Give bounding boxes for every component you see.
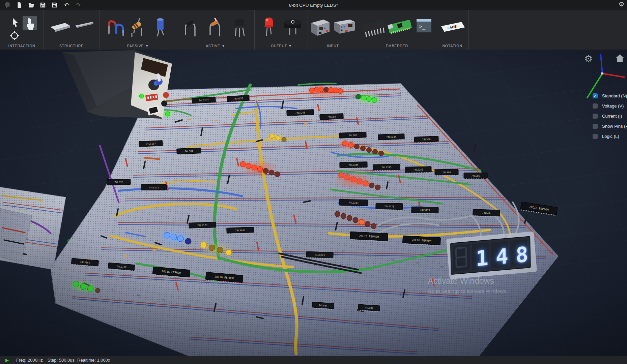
- option-show-pins[interactable]: Show Pins (P): [593, 123, 627, 129]
- terminal-icon[interactable]: >_: [417, 19, 431, 32]
- toolbar-section-embedded: >_ EMBEDDED: [358, 10, 436, 50]
- option-current[interactable]: Current (I): [593, 113, 627, 119]
- status-freq: Freq: 2000Hz: [16, 358, 43, 363]
- toolbar-empty-space: [469, 10, 627, 50]
- status-bar: ▶ Freq: 2000Hz Step: 500.0us Realtime: 1…: [0, 356, 627, 364]
- signal-diode-icon[interactable]: [210, 18, 220, 36]
- checkbox-unchecked[interactable]: [593, 134, 598, 139]
- ic-chip-icon[interactable]: [362, 19, 386, 37]
- buzzer-icon[interactable]: [284, 19, 301, 35]
- section-label: NOTATION: [442, 44, 462, 48]
- transistor-icon[interactable]: [235, 19, 244, 37]
- viewport-settings-gear-icon[interactable]: ⚙: [584, 53, 593, 64]
- status-step: Step: 500.0us: [48, 358, 75, 363]
- component-toolbar: INTERACTION STRUCTURE: [0, 10, 627, 50]
- section-label: INPUT: [327, 44, 339, 48]
- section-label: ACTIVE: [206, 44, 220, 48]
- toolbar-section-notation: LABEL NOTATION: [436, 10, 469, 50]
- svg-text:>_: >_: [419, 24, 426, 30]
- section-label: INTERACTION: [8, 44, 35, 48]
- microcontroller-icon[interactable]: [388, 20, 412, 34]
- 3d-viewport[interactable]: 5 10 15 20 25 30 35 40 45 50 55 60: [0, 50, 627, 356]
- toolbar-section-structure: STRUCTURE: [44, 10, 99, 50]
- render-mode-panel: ✓ Standard (N) Voltage (V) Current (I) S…: [593, 93, 627, 139]
- probe-tool-icon[interactable]: [10, 31, 19, 40]
- power-supply-icon[interactable]: [311, 20, 330, 36]
- option-voltage[interactable]: Voltage (V): [593, 103, 627, 109]
- checkbox-label: Current (I): [602, 114, 622, 119]
- cursor-tool-icon[interactable]: [13, 18, 18, 27]
- crumb-app-window: ↶ ↷ 8-bit CPU Empty LEDS* ⚙: [0, 0, 627, 364]
- vignette: [0, 50, 627, 356]
- dropdown-arrow-icon[interactable]: ▼: [289, 44, 291, 48]
- toolbar-section-passive: PASSIVE▼: [99, 10, 176, 50]
- dropdown-arrow-icon[interactable]: ▼: [146, 44, 148, 48]
- toolbar-section-active: ACTIVE▼: [176, 10, 255, 50]
- led-icon[interactable]: [264, 18, 273, 36]
- checkbox-label: Standard (N): [602, 93, 627, 98]
- diode-icon[interactable]: [186, 20, 195, 36]
- section-label: PASSIVE: [127, 44, 144, 48]
- section-label: OUTPUT: [271, 44, 287, 48]
- checkbox-unchecked[interactable]: [593, 103, 598, 109]
- play-icon[interactable]: ▶: [5, 358, 9, 363]
- jumper-wire-icon[interactable]: [109, 21, 123, 36]
- capacitor-icon[interactable]: [157, 18, 164, 36]
- breadboard-icon[interactable]: [50, 23, 70, 32]
- section-label: STRUCTURE: [59, 44, 84, 48]
- section-label: EMBEDDED: [386, 44, 408, 48]
- checkbox-label: Logic (L): [602, 134, 619, 139]
- option-logic[interactable]: Logic (L): [593, 133, 627, 139]
- titlebar: ↶ ↷ 8-bit CPU Empty LEDS* ⚙: [0, 0, 627, 10]
- hand-tool-icon[interactable]: [23, 16, 37, 30]
- checkbox-unchecked[interactable]: [593, 124, 598, 129]
- option-standard[interactable]: ✓ Standard (N): [593, 93, 627, 99]
- toolbar-section-input: INPUT: [308, 10, 358, 50]
- checkbox-unchecked[interactable]: [593, 114, 598, 119]
- settings-gear-icon[interactable]: ⚙: [619, 0, 624, 8]
- dropdown-arrow-icon[interactable]: ▼: [222, 44, 225, 48]
- checkbox-checked[interactable]: ✓: [593, 93, 598, 98]
- function-generator-icon[interactable]: [334, 20, 355, 34]
- checkbox-label: Voltage (V): [602, 103, 624, 109]
- rod-icon[interactable]: [75, 22, 93, 28]
- circuit-scene: 5 10 15 20 25 30 35 40 45 50 55 60: [0, 50, 627, 356]
- status-realtime: Realtime: 1.000x: [77, 358, 110, 363]
- resistor-icon[interactable]: [125, 18, 148, 40]
- toolbar-section-interaction: INTERACTION: [0, 10, 44, 50]
- label-tag-icon[interactable]: LABEL: [441, 21, 465, 32]
- window-title: 8-bit CPU Empty LEDS*: [0, 3, 627, 8]
- checkbox-label: Show Pins (P): [602, 124, 627, 129]
- toolbar-section-output: OUTPUT▼: [255, 10, 308, 50]
